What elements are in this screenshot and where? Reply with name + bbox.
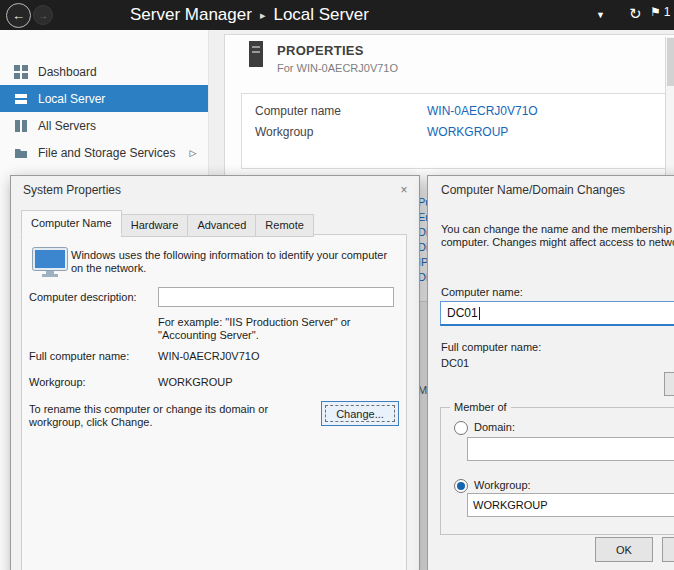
domain-label: Domain: <box>474 421 515 433</box>
more-button-clipped[interactable] <box>664 372 674 396</box>
computer-description-label: Computer description: <box>29 291 137 303</box>
rename-text-line2: workgroup, click Change. <box>29 416 153 428</box>
dashboard-icon <box>14 65 28 79</box>
intro-text-line1: You can change the name and the membersh… <box>441 223 674 235</box>
example-text-line1: For example: "IIS Production Server" or <box>158 316 350 328</box>
breadcrumb: Server Manager ▸ Local Server <box>130 2 369 28</box>
forward-arrow-icon: → <box>38 10 48 21</box>
flag-icon: ⚑ <box>650 5 661 19</box>
close-icon[interactable]: × <box>395 181 413 199</box>
domain-input[interactable] <box>467 437 674 461</box>
forward-button[interactable]: → <box>33 5 53 25</box>
properties-title: PROPERTIES <box>277 43 364 58</box>
rename-text-line1: To rename this computer or change its do… <box>29 403 268 415</box>
servers-icon <box>14 119 28 133</box>
property-row: Computer name WIN-0AECRJ0V71O <box>242 104 674 122</box>
workgroup-label: Workgroup: <box>474 479 531 491</box>
computer-name-link[interactable]: WIN-0AECRJ0V71O <box>427 104 538 118</box>
intro-text-line2: on the network. <box>71 262 146 274</box>
computer-description-input[interactable] <box>158 287 394 307</box>
scrollbar-thumb[interactable] <box>667 38 674 86</box>
breadcrumb-page: Local Server <box>273 5 368 25</box>
tab-computer-name[interactable]: Computer Name <box>21 210 122 235</box>
change-button[interactable]: Change... <box>321 401 399 426</box>
intro-text-line2: computer. Changes might affect access to… <box>441 236 674 248</box>
computer-name-input-value: DC01 <box>447 306 478 320</box>
caret-down-icon[interactable]: ▼ <box>596 10 605 20</box>
member-of-label: Member of <box>450 401 511 413</box>
computer-name-domain-changes-dialog: Computer Name/Domain Changes You can cha… <box>427 175 674 570</box>
text-cursor <box>479 307 480 320</box>
tab-strip: Computer NameHardwareAdvancedRemote <box>21 212 313 236</box>
full-computer-name-value: WIN-0AECRJ0V71O <box>158 350 259 362</box>
example-text-line2: "Accounting Server". <box>158 329 259 341</box>
tab-remote[interactable]: Remote <box>255 214 314 237</box>
notifications-flag[interactable]: ⚑ 1 <box>650 5 670 19</box>
system-properties-dialog: System Properties × Computer NameHardwar… <box>10 175 420 570</box>
sidebar-item-file-storage-services[interactable]: File and Storage Services ▷ <box>0 139 208 166</box>
property-row: Workgroup WORKGROUP <box>242 125 674 143</box>
full-computer-name-label: Full computer name: <box>29 350 129 362</box>
workgroup-input[interactable] <box>467 493 674 517</box>
tab-advanced[interactable]: Advanced <box>187 214 256 237</box>
back-button[interactable]: ← <box>6 3 31 28</box>
sidebar-item-local-server[interactable]: Local Server <box>0 85 208 112</box>
sidebar-item-label: All Servers <box>38 119 96 133</box>
monitor-icon <box>31 246 69 278</box>
property-label: Computer name <box>255 104 341 118</box>
cancel-button-clipped[interactable] <box>662 537 674 562</box>
full-computer-name-label: Full computer name: <box>441 341 541 353</box>
workgroup-link[interactable]: WORKGROUP <box>427 125 508 139</box>
refresh-icon[interactable]: ↻ <box>629 5 642 23</box>
sidebar-item-label: Local Server <box>38 92 105 106</box>
intro-text-line1: Windows uses the following information t… <box>71 249 387 261</box>
sidebar-item-label: Dashboard <box>38 65 97 79</box>
properties-subtitle: For WIN-0AECRJ0V71O <box>277 62 398 74</box>
dialog-title: System Properties <box>23 183 121 197</box>
app-title: Server Manager <box>130 5 252 25</box>
workgroup-value: WORKGROUP <box>158 376 233 388</box>
scrollbar[interactable] <box>665 37 674 175</box>
dialog-title: Computer Name/Domain Changes <box>441 183 625 197</box>
chevron-right-icon: ▷ <box>189 148 196 158</box>
full-computer-name-value: DC01 <box>441 357 469 369</box>
server-icon <box>14 92 28 106</box>
sidebar-item-label: File and Storage Services <box>38 146 175 160</box>
domain-radio[interactable] <box>454 421 468 435</box>
tab-hardware[interactable]: Hardware <box>121 214 189 237</box>
workgroup-radio[interactable] <box>454 479 468 493</box>
notification-count: 1 <box>664 5 671 19</box>
back-arrow-icon: ← <box>12 8 25 23</box>
sidebar-item-dashboard[interactable]: Dashboard <box>0 58 208 85</box>
breadcrumb-separator-icon: ▸ <box>260 9 266 22</box>
properties-rows: Computer name WIN-0AECRJ0V71O Workgroup … <box>241 93 674 169</box>
storage-icon <box>14 146 28 160</box>
server-manager-window: ← → Server Manager ▸ Local Server ▼ ↻ ⚑ … <box>0 0 674 570</box>
sidebar-item-all-servers[interactable]: All Servers <box>0 112 208 139</box>
titlebar: ← → Server Manager ▸ Local Server ▼ ↻ ⚑ … <box>0 0 674 30</box>
property-label: Workgroup <box>255 125 313 139</box>
server-tile-icon <box>249 41 263 67</box>
computer-name-label: Computer name: <box>441 286 523 298</box>
workgroup-label: Workgroup: <box>29 376 86 388</box>
computer-name-input[interactable]: DC01 <box>440 301 674 326</box>
ok-button[interactable]: OK <box>595 537 653 562</box>
